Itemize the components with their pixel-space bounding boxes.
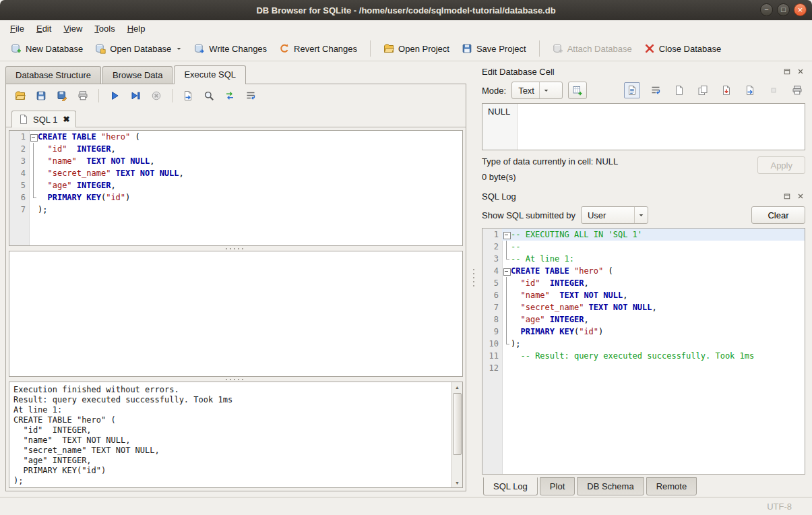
line-number: 6 — [9, 191, 29, 204]
set-null-icon — [768, 85, 779, 96]
undock-icon[interactable] — [782, 67, 792, 77]
dock-close-icon[interactable] — [795, 67, 805, 77]
sql-editor[interactable]: 1CREATE TABLE "hero" (2 "id" INTEGER,3 "… — [9, 130, 463, 246]
button-label: Open Project — [398, 44, 449, 54]
code-text: PRIMARY KEY("id") — [38, 191, 462, 204]
fold-marker-icon[interactable] — [29, 131, 38, 143]
find-button[interactable] — [200, 87, 218, 104]
execution-message-pane[interactable]: Execution finished without errors. Resul… — [9, 382, 463, 488]
open-sql-file-button[interactable] — [11, 87, 29, 104]
toolbar-separator — [539, 40, 540, 57]
tab-execute-sql[interactable]: Execute SQL — [174, 65, 246, 84]
menu-help[interactable]: Help — [121, 22, 152, 36]
copy-cell-button[interactable] — [695, 82, 711, 98]
print-cell-button[interactable] — [789, 82, 805, 98]
save-project-button[interactable]: Save Project — [456, 40, 532, 57]
import-cell-data-icon — [721, 85, 732, 96]
dock-tab-plot[interactable]: Plot — [540, 477, 575, 495]
export-cell-data-icon — [745, 85, 755, 96]
db-attach-icon — [553, 43, 563, 54]
apply-cell-data-button[interactable] — [568, 82, 587, 99]
menu-file[interactable]: File — [4, 22, 30, 36]
sql-log-editor[interactable]: 1-- EXECUTING ALL IN 'SQL 1'2--3-- At li… — [482, 228, 805, 475]
fold-guide — [502, 350, 511, 362]
edit-cell-title: Edit Database Cell — [482, 67, 778, 77]
export-cell-data-button[interactable] — [742, 82, 758, 98]
scroll-track[interactable] — [452, 392, 462, 478]
button-label: New Database — [26, 44, 83, 54]
cell-size-info: 0 byte(s) — [482, 172, 757, 182]
chevron-down-icon — [634, 207, 648, 223]
new-database-button[interactable]: New Database — [5, 40, 88, 57]
splitter-horizontal[interactable] — [6, 377, 466, 382]
dock-tab-remote[interactable]: Remote — [646, 477, 697, 495]
fold-marker-icon[interactable] — [502, 265, 511, 277]
mode-select[interactable]: Text — [511, 82, 563, 99]
open-sql-file-icon — [15, 90, 26, 101]
export-results-button[interactable] — [179, 87, 197, 104]
write-changes-button[interactable]: Write Changes — [189, 40, 272, 57]
code-line: 2 "id" INTEGER, — [9, 143, 462, 155]
button-label: Revert Changes — [294, 44, 357, 54]
copy-cell-icon — [697, 85, 708, 96]
splitter-horizontal[interactable] — [6, 246, 466, 251]
cell-edit-area[interactable]: NULL — [482, 103, 805, 150]
line-number: 5 — [9, 179, 29, 191]
print-button[interactable] — [74, 87, 92, 104]
dock-tab-db-schema[interactable]: DB Schema — [577, 477, 644, 495]
word-wrap-button[interactable] — [242, 87, 259, 104]
stop-execution-button[interactable] — [148, 87, 165, 104]
execute-all-button[interactable] — [106, 87, 123, 104]
menu-edit[interactable]: Edit — [30, 22, 57, 36]
line-number: 10 — [482, 338, 502, 350]
clear-log-button[interactable]: Clear — [751, 206, 805, 224]
sql-file-icon — [18, 114, 29, 125]
dropdown-caret-icon[interactable] — [176, 46, 182, 52]
find-replace-button[interactable] — [221, 87, 239, 104]
word-wrap-toggle-button[interactable] — [648, 82, 664, 98]
open-in-external-editor-button[interactable] — [671, 82, 687, 98]
dock-tab-sql-log[interactable]: SQL Log — [483, 477, 538, 495]
menu-view[interactable]: View — [57, 22, 88, 36]
apply-button[interactable]: Apply — [757, 156, 805, 174]
fold-guide — [502, 289, 511, 301]
revert-changes-button[interactable]: Revert Changes — [274, 40, 363, 57]
open-database-button[interactable]: Open Database — [90, 40, 187, 57]
code-text: ); — [511, 338, 805, 350]
menu-tools[interactable]: Tools — [88, 22, 121, 36]
titlebar[interactable]: DB Browser for SQLite - /home/user/code/… — [0, 0, 812, 20]
execute-all-icon — [109, 90, 120, 101]
text-view-toggle-button[interactable] — [624, 82, 640, 98]
open-project-button[interactable]: Open Project — [378, 40, 455, 57]
minimize-icon[interactable]: − — [760, 3, 773, 16]
vertical-scrollbar[interactable]: ▲ ▼ — [451, 382, 462, 487]
sql-file-tab-label: SQL 1 — [33, 115, 57, 125]
tab-close-icon[interactable]: ✖ — [63, 115, 69, 124]
tab-browse-data[interactable]: Browse Data — [102, 66, 173, 84]
results-grid[interactable] — [9, 251, 463, 377]
undock-icon[interactable] — [782, 191, 792, 202]
dock-close-icon[interactable] — [795, 191, 805, 202]
sql-log-dock-header: SQL Log — [482, 189, 805, 204]
fold-guide — [502, 326, 511, 338]
execute-current-line-button[interactable] — [127, 87, 144, 104]
close-icon[interactable]: × — [794, 3, 807, 16]
attach-database-button[interactable]: Attach Database — [547, 40, 637, 57]
word-wrap-toggle-icon — [650, 85, 661, 96]
fold-marker-icon[interactable] — [502, 229, 511, 241]
scroll-up-icon[interactable]: ▲ — [452, 382, 462, 392]
maximize-icon[interactable]: □ — [777, 3, 790, 16]
tab-database-structure[interactable]: Database Structure — [5, 66, 101, 84]
log-filter-select[interactable]: User — [581, 206, 648, 224]
save-sql-file-as-button[interactable] — [53, 87, 71, 104]
scroll-down-icon[interactable]: ▼ — [452, 478, 462, 487]
code-line: 11 -- Result: query executed successfull… — [482, 350, 805, 362]
sql-file-tab[interactable]: SQL 1 ✖ — [11, 111, 76, 127]
encoding-indicator: UTF-8 — [767, 502, 792, 512]
set-null-button[interactable] — [766, 82, 782, 98]
scroll-thumb[interactable] — [453, 393, 462, 455]
import-cell-data-button[interactable] — [718, 82, 735, 98]
save-sql-file-button[interactable] — [32, 87, 50, 104]
toolbar-separator — [98, 89, 99, 102]
close-database-button[interactable]: Close Database — [639, 40, 727, 57]
